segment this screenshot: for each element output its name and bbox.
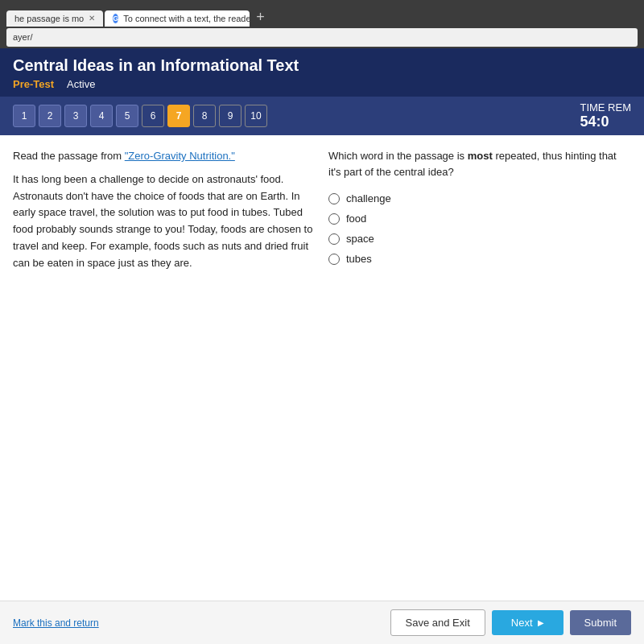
time-value: 54:0 — [580, 114, 609, 130]
page-title: Central Ideas in an Informational Text — [13, 56, 631, 75]
radio-space[interactable] — [328, 233, 340, 245]
active-label: Active — [67, 78, 95, 90]
content-area: Read the passage from "Zero-Gravity Nutr… — [0, 135, 644, 601]
time-label: TIME REM — [580, 101, 631, 114]
footer-buttons: Save and Exit Next Submit — [390, 609, 631, 636]
question-column: Which word in the passage is most repeat… — [328, 148, 631, 588]
save-exit-button[interactable]: Save and Exit — [390, 609, 485, 636]
answer-label-food: food — [346, 213, 366, 225]
question-text: Which word in the passage is most repeat… — [328, 148, 631, 180]
answer-label-space: space — [346, 233, 374, 245]
radio-challenge[interactable] — [328, 193, 340, 204]
most-emphasis: most — [468, 150, 493, 162]
question-nav-10[interactable]: 10 — [245, 105, 267, 127]
browser-tabs: he passage is mo ✕ G To connect with a t… — [6, 3, 638, 27]
question-nav-2[interactable]: 2 — [39, 105, 61, 127]
answer-option-challenge[interactable]: challenge — [328, 192, 631, 204]
passage-title-link[interactable]: "Zero-Gravity Nutrition." — [125, 150, 235, 162]
time-remaining: TIME REM 54:0 — [580, 101, 631, 130]
add-tab-button[interactable]: + — [251, 7, 270, 27]
browser-tab-2[interactable]: G To connect with a text, the reade ✕ — [105, 10, 250, 27]
google-icon: G — [113, 14, 118, 23]
passage-question-row: Read the passage from "Zero-Gravity Nutr… — [0, 135, 644, 601]
passage-column: Read the passage from "Zero-Gravity Nutr… — [13, 148, 316, 588]
footer-bar: Mark this and return Save and Exit Next … — [0, 601, 644, 644]
tab2-label: To connect with a text, the reade — [123, 14, 250, 23]
answer-option-food[interactable]: food — [328, 213, 631, 225]
address-bar[interactable]: ayer/ — [6, 28, 638, 47]
mark-return-link[interactable]: Mark this and return — [13, 617, 99, 629]
question-nav-4[interactable]: 4 — [90, 105, 113, 127]
app-container: Central Ideas in an Informational Text P… — [0, 48, 644, 644]
question-nav-5[interactable]: 5 — [116, 105, 138, 127]
app-header: Central Ideas in an Informational Text P… — [0, 48, 644, 97]
browser-chrome: he passage is mo ✕ G To connect with a t… — [0, 0, 644, 48]
answer-options: challenge food space tubes — [328, 192, 631, 265]
question-nav: 1 2 3 4 5 6 7 8 9 10 TIME REM 54:0 — [0, 97, 644, 135]
answer-option-tubes[interactable]: tubes — [328, 253, 631, 265]
question-nav-9[interactable]: 9 — [219, 105, 242, 127]
passage-intro: Read the passage from "Zero-Gravity Nutr… — [13, 148, 316, 165]
answer-label-tubes: tubes — [346, 253, 372, 265]
question-nav-1[interactable]: 1 — [13, 105, 35, 127]
passage-body: It has long been a challenge to decide o… — [13, 171, 316, 272]
question-nav-3[interactable]: 3 — [64, 105, 87, 127]
pretest-label: Pre-Test — [13, 78, 54, 90]
submit-button[interactable]: Submit — [570, 610, 631, 635]
address-text: ayer/ — [13, 32, 32, 42]
tab1-close-icon[interactable]: ✕ — [89, 14, 95, 23]
browser-tab-1[interactable]: he passage is mo ✕ — [6, 10, 103, 27]
next-button[interactable]: Next — [492, 610, 564, 635]
question-nav-7[interactable]: 7 — [167, 105, 190, 127]
answer-label-challenge: challenge — [346, 192, 391, 204]
subtitle-row: Pre-Test Active — [13, 78, 631, 90]
question-nav-8[interactable]: 8 — [193, 105, 216, 127]
radio-tubes[interactable] — [328, 254, 340, 265]
question-nav-6[interactable]: 6 — [142, 105, 164, 127]
radio-food[interactable] — [328, 213, 340, 225]
tab1-label: he passage is mo — [14, 14, 84, 23]
answer-option-space[interactable]: space — [328, 233, 631, 245]
